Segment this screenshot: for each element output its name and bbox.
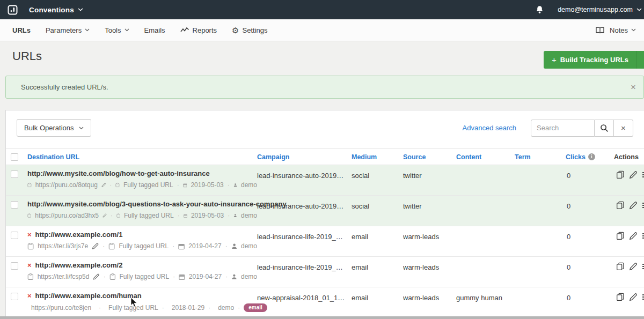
row-menu-icon[interactable] xyxy=(642,293,644,317)
created-by: demo xyxy=(218,304,234,311)
chevron-down-icon xyxy=(78,8,83,11)
search-button[interactable] xyxy=(595,120,614,137)
destination-url[interactable]: http://www.example.com/2 xyxy=(35,261,123,269)
edit-short-url-icon[interactable] xyxy=(103,212,107,219)
clipboard-icon[interactable] xyxy=(27,273,34,280)
tag-status: Fully tagged URL xyxy=(119,242,169,250)
copy-icon[interactable] xyxy=(616,293,625,317)
alert-close-icon[interactable]: × xyxy=(631,83,636,92)
clipboard-icon[interactable] xyxy=(27,212,31,219)
destination-url[interactable]: http://www.mysite.com/blog/3-questions-t… xyxy=(27,200,287,208)
tab-reports[interactable]: Reports xyxy=(180,26,217,34)
cell-medium: social xyxy=(352,165,403,195)
tab-settings[interactable]: ⚙ Settings xyxy=(232,26,267,34)
edit-icon[interactable] xyxy=(629,232,638,256)
select-all-checkbox[interactable] xyxy=(11,153,18,161)
info-icon[interactable]: i xyxy=(588,153,595,160)
terminus-logo-icon[interactable] xyxy=(8,5,18,15)
invalid-url-icon: × xyxy=(27,262,32,269)
edit-short-url-icon[interactable] xyxy=(92,242,99,250)
short-url[interactable]: https://puru.co/ad3hx5 xyxy=(35,212,99,219)
separator: · xyxy=(111,212,113,219)
edit-short-url-icon[interactable] xyxy=(101,181,106,189)
row-menu-icon[interactable] xyxy=(642,201,644,226)
separator: · xyxy=(225,242,228,250)
separator: · xyxy=(173,273,175,280)
destination-url[interactable]: http://www.mysite.com/blog/how-to-get-au… xyxy=(27,169,210,177)
tag-status: Fully tagged URL xyxy=(108,304,158,311)
tab-emails[interactable]: Emails xyxy=(144,26,165,34)
separator: · xyxy=(228,212,230,219)
row-menu-icon[interactable] xyxy=(642,262,644,287)
row-checkbox[interactable] xyxy=(11,201,18,209)
edit-short-url-icon[interactable] xyxy=(93,273,100,280)
user-icon xyxy=(231,273,237,280)
cell-campaign: lead-insurance-auto-2019… xyxy=(257,165,352,195)
build-tracking-urls-button[interactable]: + Build Tracking URLs xyxy=(544,51,636,69)
gear-icon: ⚙ xyxy=(232,26,239,34)
close-icon: × xyxy=(621,123,626,132)
row-checkbox[interactable] xyxy=(11,262,18,270)
short-url[interactable]: https://ter.li/fcsp5d xyxy=(38,273,90,280)
row-checkbox[interactable] xyxy=(11,170,18,178)
col-campaign[interactable]: Campaign xyxy=(257,153,352,161)
clipboard-icon xyxy=(116,212,120,219)
chevron-down-icon xyxy=(125,28,129,32)
destination-url[interactable]: http://www.example.com/human xyxy=(35,292,142,300)
edit-icon[interactable] xyxy=(629,170,638,195)
conventions-menu[interactable]: Conventions xyxy=(29,6,74,14)
col-content[interactable]: Content xyxy=(456,153,515,161)
page-title: URLs xyxy=(12,49,632,63)
search-input[interactable] xyxy=(531,120,595,137)
row-checkbox[interactable] xyxy=(11,293,18,300)
cell-campaign: lead-insurance-auto-2019… xyxy=(257,196,352,226)
copy-icon[interactable] xyxy=(616,201,625,226)
short-url[interactable]: https://ter.li/3rjs7e xyxy=(38,242,88,250)
row-checkbox[interactable] xyxy=(11,232,18,239)
edit-icon[interactable] xyxy=(629,201,638,226)
cell-campaign: new-appraisal-2018_01_1… xyxy=(257,287,352,317)
plus-icon: + xyxy=(552,55,557,64)
clear-search-button[interactable]: × xyxy=(614,120,633,137)
short-url[interactable]: https://puru.co/8otqug xyxy=(35,181,98,189)
clipboard-icon xyxy=(109,273,116,280)
copy-icon[interactable] xyxy=(616,262,625,287)
cell-content xyxy=(456,165,515,195)
top-navbar: Conventions demo@terminusapp.com xyxy=(0,0,644,19)
col-source[interactable]: Source xyxy=(403,153,456,161)
tab-tools[interactable]: Tools xyxy=(105,26,129,34)
search-icon xyxy=(600,124,609,132)
bulk-operations-button[interactable]: Bulk Operations xyxy=(17,119,91,137)
table-row: http://www.mysite.com/blog/3-questions-t… xyxy=(6,196,644,226)
short-url[interactable]: https://puru.co/te8jen xyxy=(31,304,91,311)
user-menu[interactable]: demo@terminusapp.com xyxy=(558,6,642,13)
col-medium[interactable]: Medium xyxy=(352,153,403,161)
copy-icon[interactable] xyxy=(616,170,625,195)
col-term[interactable]: Term xyxy=(515,153,566,161)
row-menu-icon[interactable] xyxy=(642,232,644,256)
clipboard-icon xyxy=(115,181,120,189)
tab-urls[interactable]: URLs xyxy=(12,26,31,34)
clipboard-icon[interactable] xyxy=(27,181,32,189)
col-clicks[interactable]: Clicks i xyxy=(566,153,614,161)
destination-url[interactable]: http://www.example.com/1 xyxy=(35,231,123,239)
notes-menu[interactable]: Notes xyxy=(595,26,636,34)
col-destination-url[interactable]: Destination URL xyxy=(27,153,257,161)
clipboard-icon[interactable] xyxy=(27,242,34,250)
tab-parameters[interactable]: Parameters xyxy=(46,26,90,34)
build-tracking-urls-split-button: + Build Tracking URLs xyxy=(544,51,644,69)
copy-icon[interactable] xyxy=(616,232,625,256)
table-row: × http://www.example.com/human https://p… xyxy=(6,287,644,317)
created-date: 2019-04-27 xyxy=(188,242,221,250)
edit-icon[interactable] xyxy=(629,293,638,317)
bell-icon[interactable] xyxy=(536,5,544,14)
separator: · xyxy=(225,273,228,280)
chevron-down-icon xyxy=(636,8,642,11)
cell-campaign: lead-insurance-life-2019_… xyxy=(257,226,352,256)
advanced-search-link[interactable]: Advanced search xyxy=(463,124,516,132)
build-dropdown-toggle[interactable] xyxy=(636,51,644,69)
cell-source: twitter xyxy=(403,196,456,226)
calendar-icon xyxy=(178,243,185,250)
row-menu-icon[interactable] xyxy=(642,170,644,195)
edit-icon[interactable] xyxy=(629,262,638,287)
